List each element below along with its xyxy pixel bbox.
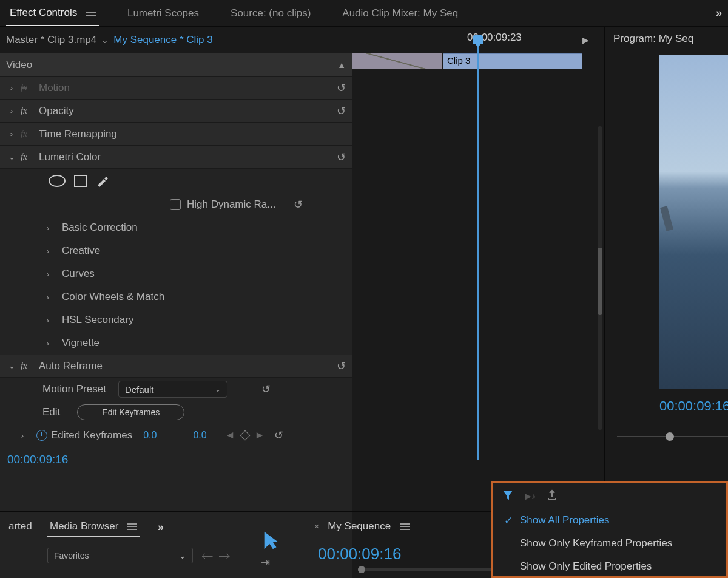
tab-audio-mixer[interactable]: Audio Clip Mixer: My Seq (339, 1, 462, 25)
keyframe-nav: ◄ ► (225, 429, 265, 441)
tab-overflow-icon[interactable]: » (158, 521, 164, 534)
menu-show-all-properties[interactable]: Show All Properties (493, 509, 726, 532)
edited-keyframes-row[interactable]: › Edited Keyframes 0.0 0.0 ◄ ► ↺ (0, 424, 352, 447)
tab-my-sequence[interactable]: My Sequence (325, 517, 412, 536)
stopwatch-icon[interactable] (36, 430, 47, 441)
reset-icon[interactable]: ↺ (261, 382, 271, 396)
keyframe-value-1[interactable]: 0.0 (143, 430, 157, 441)
timeline-clip-inactive (352, 53, 442, 69)
rectangle-mask-icon[interactable] (74, 175, 87, 187)
tab-lumetri-scopes[interactable]: Lumetri Scopes (124, 1, 203, 25)
tools-panel: ⇥ (241, 512, 308, 578)
tab-source[interactable]: Source: (no clips) (227, 1, 314, 25)
fx-icon[interactable]: fx (21, 83, 34, 93)
panel-menu-icon[interactable] (127, 523, 137, 530)
selection-tool-icon[interactable] (261, 530, 281, 551)
current-time[interactable]: 00:00:09:16 (0, 447, 352, 472)
effect-lumetri-color[interactable]: ⌄ fx Lumetri Color ↺ (0, 146, 352, 169)
lumetri-vignette[interactable]: ›Vignette (0, 332, 352, 355)
master-clip-label[interactable]: Master * Clip 3.mp4 (6, 34, 96, 46)
lumetri-basic-correction[interactable]: ›Basic Correction (0, 216, 352, 239)
filter-icon[interactable] (502, 489, 514, 503)
effect-auto-reframe[interactable]: ⌄ fx Auto Reframe ↺ (0, 355, 352, 378)
scrollbar-thumb[interactable] (598, 248, 602, 314)
keyframe-value-2[interactable]: 0.0 (193, 430, 206, 441)
lumetri-curves[interactable]: ›Curves (0, 262, 352, 285)
next-keyframe-icon[interactable]: ► (255, 429, 265, 441)
edit-keyframes-button[interactable]: Edit Keyframes (77, 404, 184, 420)
program-scrubber[interactable] (617, 425, 728, 449)
edit-label: Edit (42, 406, 60, 418)
mask-tools (0, 169, 352, 193)
effect-label: Opacity (39, 105, 337, 117)
section-label: Video (6, 59, 337, 71)
effect-label: Time Remapping (39, 128, 346, 140)
panel-menu-icon[interactable] (400, 523, 410, 530)
menu-show-edited-properties[interactable]: Show Only Edited Properties (493, 555, 726, 578)
reset-icon[interactable]: ↺ (337, 151, 346, 164)
menu-show-keyframed-properties[interactable]: Show Only Keyframed Properties (493, 532, 726, 555)
effect-label: Auto Reframe (39, 360, 337, 372)
favorites-dropdown[interactable]: Favorites ⌄ (47, 548, 193, 563)
edit-row: Edit Edit Keyframes (0, 401, 352, 424)
lumetri-hsl[interactable]: ›HSL Secondary (0, 308, 352, 332)
top-tab-bar: Effect Controls Lumetri Scopes Source: (… (0, 0, 728, 27)
dropdown-value: Default (125, 384, 215, 395)
twirl-icon[interactable]: › (6, 83, 17, 92)
fx-icon[interactable]: fx (21, 152, 34, 162)
nav-forward-icon[interactable]: 🡒 (218, 549, 231, 563)
fx-icon[interactable]: fx (21, 361, 34, 371)
fx-icon[interactable]: fx (21, 106, 34, 116)
play-icon[interactable]: ▶ (582, 35, 589, 45)
nav-back-icon[interactable]: 🡐 (201, 549, 214, 563)
twirl-icon[interactable]: › (6, 106, 17, 115)
program-time[interactable]: 00:00:09:16 (605, 389, 728, 414)
checkbox-icon[interactable] (170, 199, 181, 210)
ellipse-mask-icon[interactable] (49, 175, 66, 187)
reset-icon[interactable]: ↺ (337, 104, 346, 118)
collapse-icon[interactable]: ▲ (337, 60, 346, 70)
motion-preset-dropdown[interactable]: Default ⌄ (118, 381, 228, 398)
reset-icon[interactable]: ↺ (337, 359, 346, 373)
reset-icon[interactable]: ↺ (294, 198, 303, 211)
tab-fragment[interactable]: arted (6, 517, 35, 536)
pen-mask-icon[interactable] (96, 175, 108, 187)
effect-opacity[interactable]: › fx Opacity ↺ (0, 100, 352, 123)
tab-overflow-icon[interactable]: » (716, 7, 722, 19)
reset-icon[interactable]: ↺ (274, 429, 283, 442)
prev-keyframe-icon[interactable]: ◄ (225, 429, 235, 441)
effect-time-remapping[interactable]: › fx Time Remapping (0, 123, 352, 146)
hdr-label: High Dynamic Ra... (187, 199, 275, 211)
hdr-checkbox-row[interactable]: High Dynamic Ra... ↺ (0, 193, 352, 216)
panel-menu-icon[interactable] (86, 10, 96, 16)
effect-label: Lumetri Color (39, 151, 337, 163)
twirl-icon[interactable]: ⌄ (6, 361, 17, 370)
lumetri-creative[interactable]: ›Creative (0, 239, 352, 262)
tab-media-browser[interactable]: Media Browser (47, 517, 140, 537)
chevron-down-icon: ⌄ (215, 385, 221, 393)
scrubber-knob[interactable] (666, 432, 674, 441)
chevron-down-icon[interactable]: ⌄ (101, 35, 109, 45)
video-section-header[interactable]: Video ▲ (0, 53, 352, 76)
twirl-icon[interactable]: ⌄ (6, 152, 17, 162)
twirl-icon[interactable]: › (6, 129, 17, 138)
chevron-down-icon: ⌄ (179, 551, 186, 560)
edited-keyframes-label: Edited Keyframes (51, 429, 132, 441)
add-keyframe-icon[interactable] (240, 430, 250, 441)
playhead-line[interactable] (477, 47, 479, 460)
reset-icon[interactable]: ↺ (337, 81, 346, 95)
effect-motion[interactable]: › fx Motion ↺ (0, 76, 352, 100)
vertical-scrollbar[interactable] (598, 126, 602, 430)
timeline-clip[interactable]: Clip 3 (443, 53, 582, 69)
effect-label: Motion (39, 82, 337, 94)
tab-program[interactable]: Program: My Seq (605, 27, 728, 51)
playhead-marker-icon[interactable] (473, 35, 483, 44)
export-icon[interactable] (547, 489, 558, 502)
lumetri-color-wheels[interactable]: ›Color Wheels & Match (0, 285, 352, 308)
program-preview[interactable] (659, 55, 728, 389)
play-audio-icon[interactable]: ▶♪ (525, 491, 536, 501)
ripple-edit-icon[interactable]: ⇥ (261, 556, 302, 569)
tab-effect-controls[interactable]: Effect Controls (6, 1, 99, 26)
fx-icon[interactable]: fx (21, 129, 34, 139)
sequence-clip-label[interactable]: My Sequence * Clip 3 (113, 34, 212, 46)
